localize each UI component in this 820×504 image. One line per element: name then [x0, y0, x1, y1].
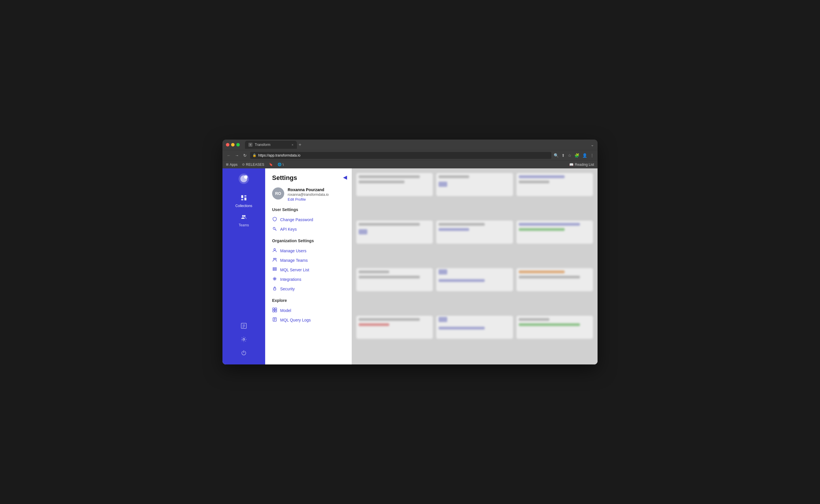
user-email: roxanna@transformdata.io	[288, 193, 329, 197]
tab-bar: T Transform × +	[245, 141, 588, 149]
apps-grid-icon: ⊞	[226, 163, 228, 166]
svg-point-15	[274, 249, 275, 250]
sidebar: Collections Teams	[222, 168, 265, 364]
bookmark-apps-label: Apps	[230, 163, 237, 167]
svg-rect-4	[244, 195, 246, 197]
app-logo[interactable]	[238, 173, 249, 185]
manage-users-item[interactable]: Manage Users	[272, 246, 345, 255]
bookmark-backslash-label: \	[283, 163, 284, 167]
new-tab-button[interactable]: +	[299, 142, 301, 147]
integrations-label: Integrations	[280, 277, 301, 282]
api-keys-item[interactable]: API Keys	[272, 224, 345, 234]
url-text: https://app.transformdata.io	[258, 153, 300, 157]
maximize-icon: ⌄	[591, 142, 594, 147]
profile-icon[interactable]: 👤	[582, 153, 587, 158]
server-list-icon	[272, 267, 277, 272]
mql-server-list-item[interactable]: MQL Server List	[272, 265, 345, 274]
bookmark-globe[interactable]: 🌐 \	[277, 163, 284, 167]
sidebar-item-collections[interactable]: Collections	[222, 191, 265, 211]
search-icon[interactable]: 🔍	[554, 153, 559, 158]
model-item[interactable]: Model	[272, 306, 345, 315]
bookmark-star-icon[interactable]: ☆	[568, 153, 572, 158]
svg-rect-22	[275, 308, 277, 310]
mql-query-logs-label: MQL Query Logs	[280, 318, 311, 322]
mql-query-logs-item[interactable]: MQL Query Logs	[272, 315, 345, 325]
tab-favicon: T	[248, 143, 252, 147]
menu-icon[interactable]: ⋮	[590, 153, 594, 158]
download-icon[interactable]: ⬆	[562, 153, 565, 158]
manage-teams-item[interactable]: Manage Teams	[272, 255, 345, 265]
refresh-button[interactable]: ↻	[242, 153, 248, 158]
active-tab[interactable]: T Transform ×	[245, 141, 297, 149]
toolbar-icons: 🔍 ⬆ ☆ 🧩 👤 ⋮	[554, 153, 594, 158]
user-settings-section-title: User Settings	[272, 207, 345, 212]
sidebar-settings-icon[interactable]	[238, 334, 249, 346]
change-password-item[interactable]: Change Password	[272, 215, 345, 224]
model-icon	[272, 308, 277, 313]
user-info: Roxanna Pourzand roxanna@transformdata.i…	[288, 187, 329, 202]
settings-title: Settings	[272, 174, 345, 182]
bookmark-releases[interactable]: ⊙ RELEASES	[242, 163, 264, 167]
svg-rect-24	[275, 310, 277, 312]
collapse-panel-button[interactable]: ◀	[343, 174, 347, 180]
sidebar-bottom	[222, 320, 265, 360]
extensions-icon[interactable]: 🧩	[575, 153, 579, 158]
mql-server-list-label: MQL Server List	[280, 268, 309, 272]
back-button[interactable]: ←	[226, 153, 232, 158]
svg-point-2	[244, 175, 247, 179]
globe-icon: 🌐	[277, 163, 281, 166]
traffic-lights	[226, 143, 240, 146]
bookmarks-bar: ⊞ Apps ⊙ RELEASES 🔖 🌐 \ 📖 Reading List	[222, 160, 598, 168]
url-bar[interactable]: 🔒 https://app.transformdata.io	[250, 152, 551, 159]
sidebar-power-icon[interactable]	[238, 347, 249, 360]
key-icon	[272, 226, 277, 232]
svg-point-16	[273, 258, 275, 260]
teams-icon	[240, 214, 247, 222]
main-content	[352, 168, 598, 364]
svg-rect-19	[273, 269, 276, 270]
bookmark-icon: 🔖	[269, 163, 273, 166]
org-settings-section-title: Organization Settings	[272, 238, 345, 243]
security-label: Security	[280, 287, 295, 291]
svg-rect-5	[241, 199, 243, 200]
reading-list[interactable]: 📖 Reading List	[569, 163, 594, 167]
app-content: Collections Teams	[222, 168, 598, 364]
manage-users-icon	[272, 248, 277, 253]
svg-point-8	[244, 215, 245, 217]
blurred-background	[352, 168, 598, 364]
security-icon	[272, 286, 277, 292]
close-button[interactable]	[226, 143, 229, 146]
integrations-item[interactable]: Integrations	[272, 274, 345, 284]
edit-profile-link[interactable]: Edit Profile	[288, 197, 329, 202]
reading-list-label: Reading List	[575, 163, 594, 167]
api-keys-label: API Keys	[280, 227, 297, 232]
sidebar-item-teams[interactable]: Teams	[222, 211, 265, 230]
user-profile: RO Roxanna Pourzand roxanna@transformdat…	[272, 187, 345, 202]
browser-window: T Transform × + ⌄ ← → ↻ 🔒 https://app.tr…	[222, 140, 598, 364]
minimize-button[interactable]	[231, 143, 234, 146]
forward-button[interactable]: →	[234, 153, 240, 158]
lock-icon: 🔒	[252, 153, 256, 157]
settings-panel: ◀ Settings RO Roxanna Pourzand roxanna@t…	[265, 168, 352, 364]
maximize-button[interactable]	[236, 143, 240, 146]
bookmark-apps[interactable]: ⊞ Apps	[226, 163, 237, 167]
svg-rect-18	[273, 268, 276, 269]
user-name: Roxanna Pourzand	[288, 187, 329, 192]
integrations-icon	[272, 277, 277, 282]
svg-rect-6	[244, 198, 246, 200]
browser-titlebar: T Transform × + ⌄	[222, 140, 598, 150]
sidebar-reports-icon[interactable]	[238, 320, 249, 333]
svg-rect-23	[273, 310, 274, 312]
manage-teams-icon	[272, 257, 277, 263]
svg-point-7	[242, 215, 244, 217]
tab-close-button[interactable]: ×	[292, 143, 293, 146]
manage-users-label: Manage Users	[280, 249, 306, 253]
tab-title: Transform	[255, 143, 270, 147]
bookmark-bookmark[interactable]: 🔖	[269, 163, 273, 166]
model-label: Model	[280, 308, 291, 313]
security-item[interactable]: Security	[272, 284, 345, 294]
explore-section-title: Explore	[272, 298, 345, 303]
svg-rect-20	[273, 288, 276, 290]
svg-point-13	[243, 338, 245, 340]
reading-list-icon: 📖	[569, 163, 574, 167]
